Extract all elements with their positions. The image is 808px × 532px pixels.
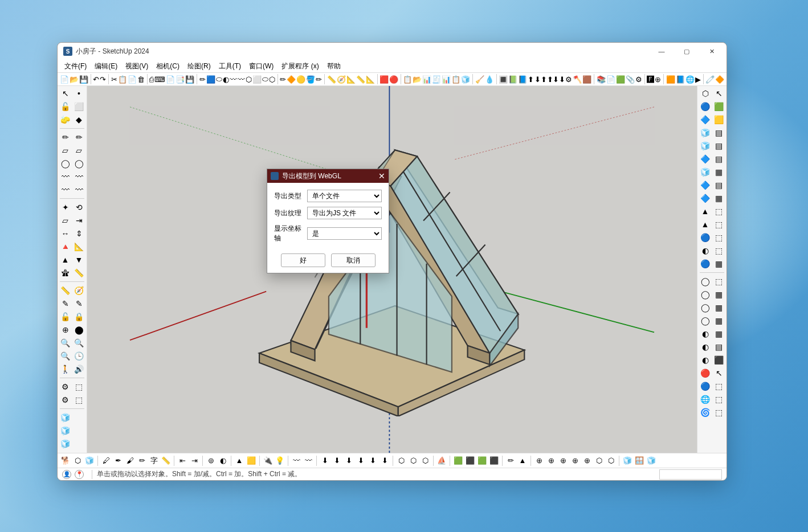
tool-button[interactable]: 🛣 (59, 267, 72, 279)
tool-button[interactable]: ✦ (59, 201, 72, 214)
tool-button[interactable] (72, 424, 85, 437)
toolbar-button[interactable]: 🧊 (461, 73, 470, 85)
toolbar-button[interactable]: 🧾 (432, 73, 441, 85)
close-button[interactable]: ✕ (699, 43, 724, 60)
toolbar-button[interactable]: ⬇ (331, 455, 342, 466)
tool-button[interactable]: 🚶 (59, 363, 72, 375)
toolbar-button[interactable]: 📊 (422, 73, 431, 85)
toolbar-button[interactable]: 🟫 (582, 73, 591, 85)
tool-button[interactable]: ⚙ (59, 394, 72, 406)
toolbar-button[interactable]: ⬇ (534, 73, 541, 85)
export-texture-select[interactable]: 导出为JS 文件 (307, 207, 382, 219)
tool-button[interactable]: 🔍 (72, 337, 85, 349)
tool-button[interactable]: ⟲ (72, 201, 85, 214)
toolbar-button[interactable]: ▲ (234, 455, 245, 466)
toolbar-button[interactable]: 🧊 (622, 455, 633, 466)
toolbar-button[interactable]: 📄 (166, 73, 175, 85)
tool-button[interactable]: ◯ (699, 275, 712, 288)
toolbar-button[interactable]: ⊕ (655, 73, 661, 85)
toolbar-button[interactable]: ⇤ (177, 455, 188, 466)
toolbar-button[interactable]: ↷ (100, 73, 106, 85)
tool-button[interactable]: 🧊 (699, 126, 712, 139)
toolbar-button[interactable]: 〰 (230, 73, 237, 85)
tool-button[interactable]: ▦ (712, 328, 725, 340)
toolbar-button[interactable]: 📗 (508, 73, 517, 85)
tool-button[interactable]: ✏ (72, 131, 85, 144)
tool-button[interactable]: 🔷 (699, 153, 712, 165)
tool-button[interactable]: ◐ (699, 328, 712, 340)
toolbar-button[interactable]: 🟥 (379, 73, 389, 85)
toolbar-button[interactable]: ⌨ (154, 73, 165, 85)
dialog-titlebar[interactable]: 导出模型到 WebGL ✕ (267, 169, 389, 183)
toolbar-button[interactable]: 📏 (327, 73, 336, 85)
tool-button[interactable]: 🟨 (712, 113, 725, 126)
toolbar-button[interactable]: 🅵 (647, 73, 654, 85)
toolbar-button[interactable]: 🟩 (616, 73, 625, 85)
tool-button[interactable]: 🔵 (699, 100, 712, 113)
toolbar-button[interactable]: 〰 (238, 73, 245, 85)
ok-button[interactable]: 好 (281, 253, 325, 267)
toolbar-button[interactable]: ⇥ (189, 455, 200, 466)
toolbar-button[interactable]: ⬡ (72, 455, 83, 466)
toolbar-button[interactable]: 💧 (485, 73, 494, 85)
toolbar-button[interactable]: ⊕ (533, 455, 545, 466)
tool-button[interactable]: ↔ (59, 227, 72, 240)
toolbar-button[interactable]: ⎙ (149, 73, 154, 85)
tool-button[interactable]: ⬚ (712, 393, 725, 406)
tool-button[interactable]: ⬚ (712, 244, 725, 257)
toolbar-button[interactable]: 🐕 (60, 455, 71, 466)
tool-button[interactable]: 🧊 (59, 424, 72, 437)
toolbar-button[interactable]: 📎 (626, 73, 635, 85)
dialog-close-icon[interactable]: ✕ (378, 171, 385, 181)
tool-button[interactable]: ⬜ (72, 100, 85, 113)
toolbar-button[interactable]: ⬡ (269, 73, 275, 85)
toolbar-button[interactable]: 📄 (606, 73, 615, 85)
tool-button[interactable]: ⬛ (712, 354, 725, 366)
toolbar-button[interactable]: 字 (148, 455, 160, 466)
tool-button[interactable]: ▤ (712, 153, 725, 165)
toolbar-button[interactable]: ⬇ (343, 455, 354, 466)
toolbar-button[interactable]: 🟩 (452, 455, 464, 466)
toolbar-button[interactable]: 💾 (79, 73, 88, 85)
menu-tools[interactable]: 工具(T) (215, 60, 244, 72)
tool-button[interactable]: ▲ (699, 205, 712, 218)
toolbar-button[interactable]: ⬛ (488, 455, 500, 466)
toolbar-button[interactable]: 📄 (60, 73, 69, 85)
toolbar-button[interactable]: 📚 (597, 73, 606, 85)
tool-button[interactable]: ⬤ (72, 324, 85, 336)
tool-button[interactable]: ▦ (712, 288, 725, 301)
tool-button[interactable]: 🔓 (59, 310, 72, 323)
toolbar-button[interactable]: ⬭ (262, 73, 268, 85)
toolbar-button[interactable]: ⬡ (407, 455, 419, 466)
tool-button[interactable] (72, 411, 85, 424)
toolbar-button[interactable]: 🖊 (100, 455, 112, 466)
toolbar-button[interactable]: 💡 (274, 455, 285, 466)
toolbar-button[interactable]: ⊚ (205, 455, 217, 466)
toolbar-button[interactable]: 📋 (451, 73, 460, 85)
tool-button[interactable]: ▦ (712, 314, 725, 327)
tool-button[interactable]: ◯ (72, 157, 85, 170)
toolbar-button[interactable]: 🧊 (84, 455, 95, 466)
tool-button[interactable]: 🔓 (59, 100, 72, 113)
tool-button[interactable]: 🔷 (699, 113, 712, 126)
toolbar-button[interactable]: ⊕ (545, 455, 557, 466)
toolbar-button[interactable]: ⊕ (569, 455, 581, 466)
tool-button[interactable]: 〰 (72, 170, 85, 183)
tool-button[interactable]: ⚙ (59, 380, 72, 393)
toolbar-button[interactable]: ✂ (111, 73, 117, 85)
tool-button[interactable]: ⬚ (712, 205, 725, 218)
tool-button[interactable]: 🧊 (699, 140, 712, 152)
tool-button[interactable]: ▲ (59, 253, 72, 266)
toolbar-button[interactable]: 🧭 (337, 73, 346, 85)
toolbar-button[interactable]: ✏ (505, 455, 516, 466)
toolbar-button[interactable]: ⬆⬆ (541, 73, 553, 85)
tool-button[interactable]: 🔍 (59, 337, 72, 349)
menu-view[interactable]: 视图(V) (122, 60, 152, 72)
minimize-button[interactable]: — (649, 43, 674, 60)
tool-button[interactable]: ↖ (59, 87, 72, 100)
tool-button[interactable] (72, 437, 85, 450)
tool-button[interactable]: ⬚ (712, 275, 725, 288)
tool-button[interactable]: ⬚ (712, 380, 725, 392)
toolbar-button[interactable]: ⬇ (355, 455, 366, 466)
toolbar-button[interactable]: ◐ (223, 73, 229, 85)
